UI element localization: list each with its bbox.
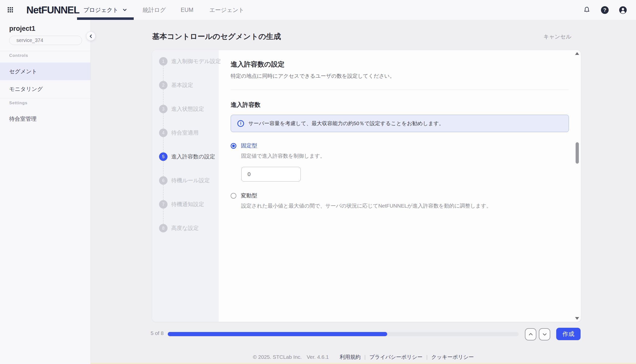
- step-connector: [163, 66, 164, 81]
- radio-variable-label: 変動型: [241, 192, 257, 200]
- sidebar-divider: [0, 51, 91, 51]
- radio-variable[interactable]: 変動型: [231, 192, 569, 200]
- service-selector-value: service_374: [17, 38, 43, 43]
- step-connector: [163, 208, 164, 224]
- step-8[interactable]: 8 高度な設定: [159, 224, 219, 232]
- step-8-circle: 8: [159, 224, 168, 232]
- tab-agent-label: エージェント: [209, 6, 244, 14]
- sidebar-item-monitoring-label: モニタリング: [9, 86, 43, 93]
- account-button[interactable]: [619, 0, 627, 20]
- apps-grid-icon[interactable]: [8, 7, 13, 13]
- help-icon: ?: [601, 6, 609, 14]
- active-tab-underline: [77, 18, 134, 20]
- account-icon: [619, 6, 627, 14]
- step-connector: [163, 113, 164, 128]
- step-6-label: 待機ルール設定: [171, 177, 210, 184]
- step-connector: [163, 185, 164, 200]
- radio-fixed-label: 固定型: [241, 142, 257, 150]
- controls-section-label: Controls: [9, 53, 28, 58]
- info-banner-text: サーバー容量を考慮して、最大収容能力の約50％で設定することをお勧めします。: [248, 120, 444, 127]
- sidebar-item-waiting-room[interactable]: 待合室管理: [0, 110, 91, 128]
- content-heading: 進入許容数の設定: [231, 60, 569, 69]
- panel-scrollbar: [575, 52, 579, 320]
- next-step-button[interactable]: [539, 328, 550, 340]
- scroll-up-button[interactable]: [575, 52, 579, 55]
- step-5-circle: 5: [159, 152, 168, 161]
- notifications-button[interactable]: [583, 0, 590, 20]
- chevron-down-icon: [542, 331, 548, 338]
- settings-section-label: Settings: [9, 100, 27, 106]
- step-2-label: 基本設定: [171, 82, 193, 89]
- step-connector: [163, 137, 164, 152]
- step-3-circle: 3: [159, 105, 168, 113]
- option-variable: 変動型 設定された最小値と最大値の間で、サーバの状況に応じてNetFUNNELが…: [231, 192, 569, 209]
- sidebar-item-waiting-room-label: 待合室管理: [9, 115, 37, 123]
- bottom-edge-strip: [0, 363, 636, 364]
- radio-fixed-control[interactable]: [231, 143, 236, 149]
- step-5[interactable]: 5 進入許容数の設定: [159, 152, 219, 161]
- wizard-panel: 1 進入制御モデル設定 2 基本設定 3 進入状態設定 4 待合室適用 5 進入…: [152, 50, 581, 322]
- progress-label: 5 of 8: [151, 330, 164, 336]
- info-banner: i サーバー容量を考慮して、最大収容能力の約50％で設定することをお勧めします。: [231, 115, 569, 132]
- content-divider: [231, 90, 569, 90]
- page-title: 基本コントロールのセグメントの生成: [152, 32, 281, 42]
- cancel-button[interactable]: キャンセル: [543, 33, 571, 40]
- radio-variable-control[interactable]: [231, 193, 236, 199]
- tab-eum-label: EUM: [181, 7, 193, 14]
- tab-eum[interactable]: EUM: [181, 0, 193, 20]
- footer-version: Ver. 4.6.1: [307, 354, 329, 360]
- footer-copyright: © 2025. STCLab Inc.: [253, 354, 302, 360]
- step-6[interactable]: 6 待機ルール設定: [159, 176, 219, 185]
- step-7[interactable]: 7 待機通知設定: [159, 200, 219, 208]
- step-content: 進入許容数の設定 特定の地点に同時にアクセスできるユーザの数を設定してください。…: [219, 50, 581, 322]
- fixed-value-input[interactable]: [241, 167, 301, 182]
- step-4-circle: 4: [159, 128, 168, 137]
- radio-fixed-description: 固定値で進入許容数を制御します。: [241, 152, 569, 160]
- project-title: project1: [9, 25, 35, 32]
- step-1-label: 進入制御モデル設定: [171, 58, 221, 65]
- step-3[interactable]: 3 進入状態設定: [159, 105, 219, 113]
- footer: © 2025. STCLab Inc. Ver. 4.6.1 利用規約 | プラ…: [91, 354, 636, 360]
- sidebar-item-segment[interactable]: セグメント: [0, 62, 91, 80]
- help-button[interactable]: ?: [601, 0, 609, 20]
- scrollbar-thumb[interactable]: [576, 142, 579, 164]
- wizard-steps: 1 進入制御モデル設定 2 基本設定 3 進入状態設定 4 待合室適用 5 進入…: [152, 50, 219, 322]
- footer-separator: |: [426, 354, 428, 360]
- tab-agent[interactable]: エージェント: [209, 0, 244, 20]
- footer-links: 利用規約 | プライバシーポリシー | クッキーポリシー: [340, 354, 474, 360]
- radio-fixed[interactable]: 固定型: [231, 142, 569, 150]
- footer-link-cookie[interactable]: クッキーポリシー: [431, 354, 474, 360]
- bell-icon: [583, 6, 590, 14]
- app-root: NetFUNNEL プロジェクト 統計ログ EUM エージェント ?: [0, 0, 636, 364]
- sidebar: project1 service_374 Controls セグメント モニタリ…: [0, 20, 91, 364]
- content-description: 特定の地点に同時にアクセスできるユーザの数を設定してください。: [231, 72, 569, 80]
- scroll-down-button[interactable]: [575, 317, 579, 320]
- service-selector[interactable]: service_374: [9, 36, 82, 45]
- step-7-circle: 7: [159, 200, 168, 208]
- option-fixed: 固定型 固定値で進入許容数を制御します。: [231, 142, 569, 182]
- step-7-label: 待機通知設定: [171, 200, 204, 208]
- step-4[interactable]: 4 待合室適用: [159, 128, 219, 137]
- step-2[interactable]: 2 基本設定: [159, 81, 219, 90]
- tab-project[interactable]: プロジェクト: [77, 0, 134, 20]
- tab-project-label: プロジェクト: [83, 6, 118, 14]
- netfunnel-logo[interactable]: NetFUNNEL: [26, 0, 79, 20]
- step-4-label: 待合室適用: [171, 129, 199, 136]
- progress-bar: [168, 332, 519, 336]
- chevron-up-icon: [528, 331, 534, 338]
- footer-link-terms[interactable]: 利用規約: [340, 354, 361, 360]
- footer-separator: |: [364, 354, 366, 360]
- create-button[interactable]: 作成: [556, 328, 580, 340]
- tab-statistics-log[interactable]: 統計ログ: [143, 0, 166, 20]
- radio-variable-description: 設定された最小値と最大値の間で、サーバの状況に応じてNetFUNNELが進入許容…: [241, 202, 569, 209]
- step-1[interactable]: 1 進入制御モデル設定: [159, 57, 219, 66]
- info-icon: i: [237, 120, 244, 127]
- footer-link-privacy[interactable]: プライバシーポリシー: [369, 354, 423, 360]
- sidebar-collapse-button[interactable]: [86, 32, 95, 41]
- step-connector: [163, 161, 164, 176]
- progress-fill: [168, 332, 387, 336]
- previous-step-button[interactable]: [525, 328, 536, 340]
- sidebar-item-monitoring[interactable]: モニタリング: [0, 80, 91, 98]
- chevron-left-icon: [88, 33, 94, 39]
- step-6-circle: 6: [159, 176, 168, 185]
